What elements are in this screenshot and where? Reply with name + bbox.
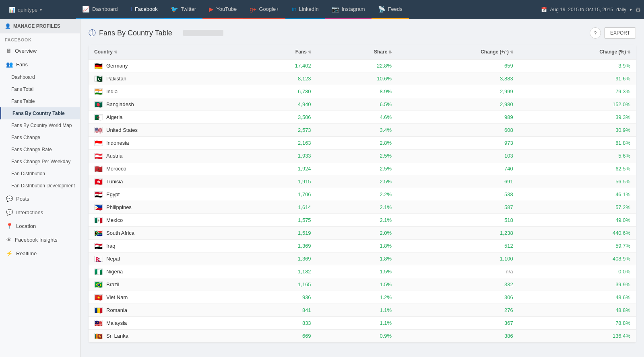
country-name: Sri Lanka [106, 333, 128, 339]
flag-brazil: 🇧🇷 [94, 281, 103, 287]
sidebar-item-fans-table[interactable]: Fans Table [0, 95, 80, 107]
row-4-share: 4.6% [317, 111, 398, 124]
nav-tab-feeds[interactable]: 📡Feeds [372, 0, 409, 19]
row-11-change-pct: 57.2% [519, 201, 636, 214]
row-8-share: 2.5% [317, 162, 398, 175]
row-20-country: 🇲🇾Malaysia [89, 317, 241, 330]
row-18-change: 306 [397, 291, 519, 304]
chevron-down-icon: ▾ [630, 7, 632, 12]
sidebar-item-posts[interactable]: 💬Posts [0, 192, 80, 205]
fans-change-label: Fans Change [11, 135, 40, 140]
row-21-change: 386 [397, 330, 519, 343]
country-name: Viet Nam [106, 294, 128, 300]
nav-tab-youtube[interactable]: ▶YouTube [202, 0, 243, 19]
interval-selector[interactable]: daily [616, 7, 626, 12]
nav-tab-facebook[interactable]: fFacebook [124, 0, 164, 19]
sidebar-item-fans-by-country-table[interactable]: Fans By Country Table [0, 107, 80, 119]
twitter-tab-label: Twitter [181, 6, 196, 12]
sidebar-item-fans-change-rate[interactable]: Fans Change Rate [0, 144, 80, 156]
row-12-change: 518 [397, 214, 519, 227]
sidebar-item-facebook-insights[interactable]: 👁Facebook Insights [0, 233, 80, 246]
linkedin-tab-icon: in [292, 6, 297, 12]
row-2-country: 🇮🇳India [89, 85, 241, 98]
twitter-tab-icon: 🐦 [171, 6, 178, 13]
fans-by-country-table-label: Fans By Country Table [12, 111, 65, 116]
dashboard-tab-label: Dashboard [92, 6, 118, 12]
fans-label: Fans [16, 62, 28, 68]
sidebar-item-interactions[interactable]: 💬Interactions [0, 205, 80, 219]
flag-romania: 🇷🇴 [94, 307, 103, 313]
row-14-fans: 1,369 [241, 240, 316, 252]
export-button[interactable]: EXPORT [604, 27, 636, 39]
main-content: ⓕ Fans By Country Table | ? EXPORT Count… [80, 19, 644, 357]
nav-tab-dashboard[interactable]: 📈Dashboard [76, 0, 124, 19]
table-row: 🇦🇹Austria1,9332.5%1035.6% [89, 150, 636, 162]
row-9-country: 🇹🇳Tunisia [89, 175, 241, 188]
col-header-fans[interactable]: Fans [241, 45, 316, 59]
table-row: 🇳🇵Nepal1,3691.8%1,100408.9% [89, 252, 636, 265]
row-9-change-pct: 56.5% [519, 175, 636, 188]
nav-tabs: 📈DashboardfFacebook🐦Twitter▶YouTubeg+Goo… [76, 0, 541, 19]
table-header: CountryFansShareChange (+/-)Change (%) [89, 45, 636, 59]
col-header-change[interactable]: Change (+/-) [397, 45, 519, 59]
table-row: 🇿🇦South Africa1,5192.0%1,238440.6% [89, 227, 636, 240]
row-6-fans: 2,163 [241, 137, 316, 150]
sidebar-item-fans-by-country-world-map[interactable]: Fans By Country World Map [0, 119, 80, 131]
row-17-change: 332 [397, 278, 519, 291]
col-header-change_pct[interactable]: Change (%) [519, 45, 636, 59]
sidebar-item-fans-change-per-weekday[interactable]: Fans Change Per Weekday [0, 156, 80, 168]
brand-logo[interactable]: 📊 quintype ▾ [3, 7, 76, 13]
sidebar-item-fans-change[interactable]: Fans Change [0, 131, 80, 144]
flag-philippines: 🇵🇭 [94, 204, 103, 210]
sidebar-item-overview[interactable]: 🖥Overview [0, 44, 80, 57]
settings-gear-icon[interactable]: ⚙ [635, 6, 641, 14]
row-16-share: 1.5% [317, 265, 398, 278]
col-header-share[interactable]: Share [317, 45, 398, 59]
flag-india: 🇮🇳 [94, 88, 103, 94]
fans-by-country-table: CountryFansShareChange (+/-)Change (%) 🇩… [89, 45, 636, 343]
sidebar-item-fans-total[interactable]: Fans Total [0, 83, 80, 95]
page-title: Fans By Country Table [99, 29, 172, 37]
row-8-country: 🇲🇦Morocco [89, 162, 241, 175]
sidebar-item-fan-distribution[interactable]: Fan Distribution [0, 168, 80, 180]
googleplus-tab-icon: g+ [250, 6, 256, 12]
row-5-share: 3.4% [317, 124, 398, 137]
country-name: Tunisia [106, 178, 123, 185]
flag-indonesia: 🇮🇩 [94, 140, 103, 146]
help-button[interactable]: ? [590, 27, 601, 39]
col-header-country[interactable]: Country [89, 45, 241, 59]
table-row: 🇩🇿Algeria3,5064.6%98939.3% [89, 111, 636, 124]
manage-profiles-button[interactable]: 👤 MANAGE PROFILES [0, 19, 80, 33]
row-0-fans: 17,402 [241, 59, 316, 72]
sidebar-item-fan-distribution-development[interactable]: Fan Distribution Development [0, 180, 80, 192]
row-12-country: 🇲🇽Mexico [89, 214, 241, 227]
row-16-fans: 1,182 [241, 265, 316, 278]
interactions-icon: 💬 [6, 209, 13, 215]
nav-tab-linkedin[interactable]: inLinkedIn [285, 0, 325, 19]
profile-name-blurred [183, 30, 223, 36]
row-0-share: 22.8% [317, 59, 398, 72]
sidebar-item-location[interactable]: 📍Location [0, 219, 80, 233]
nav-tab-instagram[interactable]: 📷Instagram [325, 0, 372, 19]
row-12-share: 2.1% [317, 214, 398, 227]
table-body: 🇩🇪Germany17,40222.8%6593.9%🇵🇰Pakistan8,1… [89, 59, 636, 343]
sidebar-item-fans-dashboard[interactable]: Dashboard [0, 71, 80, 83]
dashboard-tab-icon: 📈 [82, 6, 90, 13]
table-row: 🇩🇪Germany17,40222.8%6593.9% [89, 59, 636, 72]
country-name: India [106, 88, 118, 94]
nav-tab-twitter[interactable]: 🐦Twitter [164, 0, 202, 19]
flag-germany: 🇩🇪 [94, 63, 103, 69]
fans-dashboard-label: Dashboard [11, 74, 35, 80]
row-1-fans: 8,123 [241, 72, 316, 85]
sidebar-item-fans[interactable]: 👥Fans [0, 57, 80, 71]
row-2-change-pct: 79.3% [519, 85, 636, 98]
sidebar-item-realtime[interactable]: ⚡Realtime [0, 246, 80, 260]
row-5-change-pct: 30.9% [519, 124, 636, 137]
row-5-country: 🇺🇸United States [89, 124, 241, 137]
nav-tab-googleplus[interactable]: g+Google+ [243, 0, 285, 19]
country-name: Philippines [106, 204, 132, 210]
flag-malaysia: 🇲🇾 [94, 320, 103, 326]
calendar-icon: 📅 [541, 7, 547, 12]
flag-morocco: 🇲🇦 [94, 166, 103, 172]
table-row: 🇳🇬Nigeria1,1821.5%n/a0.0% [89, 265, 636, 278]
